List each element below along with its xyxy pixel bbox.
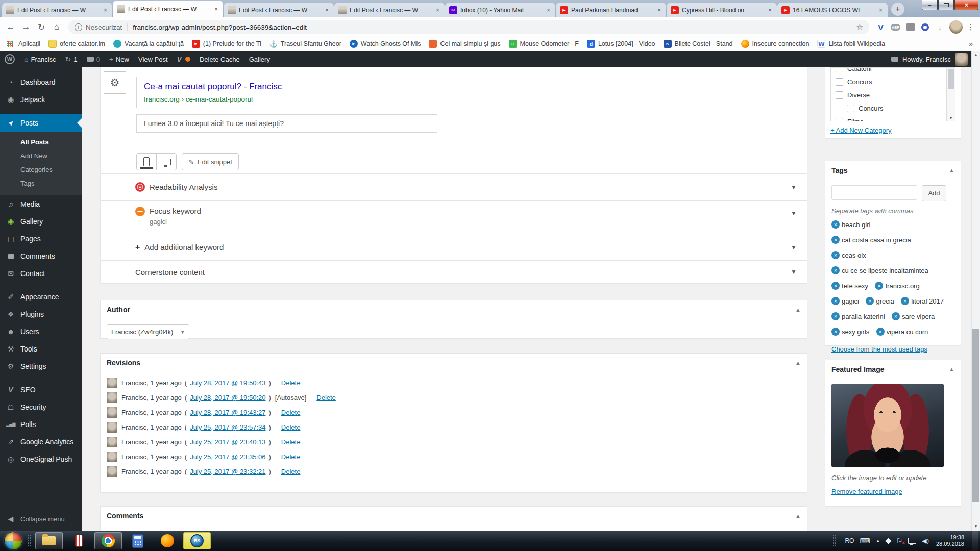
- tab-close-icon[interactable]: ×: [546, 7, 551, 14]
- delete-cache-menu[interactable]: Delete Cache: [195, 51, 244, 67]
- collapse-toggle-icon[interactable]: ▲: [795, 307, 801, 313]
- bookmark-prelude[interactable]: ▶(1) Prelude for the Ti: [188, 38, 265, 50]
- bookmark-insecure[interactable]: Insecure connection: [737, 38, 814, 50]
- submenu-tags[interactable]: Tags: [0, 177, 82, 190]
- tab-close-icon[interactable]: ×: [324, 7, 330, 14]
- submenu-add-new[interactable]: Add New: [0, 149, 82, 163]
- close-button[interactable]: ×: [954, 0, 978, 10]
- checkbox[interactable]: [836, 91, 843, 99]
- bookmark-reteta[interactable]: Cel mai simplu și gus: [425, 38, 504, 50]
- updates-menu[interactable]: ↻1: [61, 51, 82, 67]
- collapse-toggle-icon[interactable]: ▲: [795, 513, 801, 519]
- remove-tag-icon[interactable]: ×: [901, 297, 909, 305]
- minimize-button[interactable]: –: [922, 0, 938, 10]
- home-icon[interactable]: ⌂: [49, 19, 64, 35]
- category-item[interactable]: Filme: [831, 115, 955, 121]
- revision-delete-link[interactable]: Delete: [281, 468, 301, 475]
- bookmark-apps[interactable]: Aplicații: [3, 38, 44, 50]
- collapse-toggle-icon[interactable]: ▲: [795, 360, 801, 366]
- remove-tag-icon[interactable]: ×: [831, 251, 840, 259]
- bookmark-bilete[interactable]: bBilete Costel - Stand: [659, 38, 737, 50]
- user-avatar[interactable]: [955, 53, 968, 66]
- scroll-down-icon[interactable]: ▼: [972, 522, 980, 531]
- collapse-toggle-icon[interactable]: ▲: [949, 167, 954, 173]
- wp-logo-menu[interactable]: W: [0, 51, 19, 67]
- mobile-preview-button[interactable]: [137, 154, 157, 170]
- tab-edit-post-2-active[interactable]: Edit Post ‹ Francisc — W ×: [113, 1, 223, 17]
- revision-delete-link[interactable]: Delete: [281, 379, 301, 387]
- checkbox[interactable]: [836, 67, 843, 72]
- featured-image-thumbnail[interactable]: [831, 384, 944, 467]
- taskbar-chrome[interactable]: [94, 532, 122, 549]
- yoast-menu[interactable]: V: [173, 51, 195, 67]
- tray-expand-icon[interactable]: ▲: [876, 538, 880, 543]
- new-tag-input[interactable]: [831, 185, 917, 200]
- chevron-down-icon[interactable]: ▼: [791, 244, 797, 251]
- revision-delete-link[interactable]: Delete: [281, 409, 301, 416]
- page-info-icon[interactable]: i: [75, 23, 82, 31]
- remove-tag-icon[interactable]: ×: [831, 297, 840, 305]
- tab-close-icon[interactable]: ×: [878, 7, 884, 14]
- tab-close-icon[interactable]: ×: [656, 7, 662, 14]
- bookmark-ghosts[interactable]: ▶Watch Ghosts Of Mis: [346, 38, 425, 50]
- author-metabox-header[interactable]: Author ▲: [101, 300, 807, 319]
- snippet-title[interactable]: Ce-a mai cautat poporul? - Francisc: [144, 82, 430, 92]
- comments-metabox-header[interactable]: Comments ▲: [101, 507, 807, 525]
- forward-icon[interactable]: →: [18, 19, 34, 35]
- gallery-menu[interactable]: Gallery: [244, 51, 275, 67]
- menu-jetpack[interactable]: ◉Jetpack: [0, 91, 82, 108]
- taskbar-explorer[interactable]: [35, 532, 63, 549]
- tab-edit-post-3[interactable]: Edit Post ‹ Francisc — W ×: [224, 3, 334, 17]
- revision-delete-link[interactable]: Delete: [316, 394, 336, 402]
- dropbox-icon[interactable]: [885, 538, 892, 544]
- author-select[interactable]: Francisc (Zw4rg0l4k) ▼: [107, 324, 189, 339]
- featured-image-header[interactable]: Featured Image ▲: [825, 360, 961, 379]
- revision-date-link[interactable]: July 28, 2017 @ 19:50:20: [190, 394, 265, 402]
- remove-tag-icon[interactable]: ×: [831, 312, 840, 320]
- choose-most-used-link[interactable]: Choose from the most used tags: [831, 345, 954, 353]
- category-list-scrollbar[interactable]: ▾: [946, 68, 955, 121]
- revision-delete-link[interactable]: Delete: [281, 438, 301, 446]
- checkbox[interactable]: [836, 118, 843, 122]
- tab-yahoo-mail[interactable]: ✉ Inbox (10) - Yahoo Mail ×: [445, 3, 555, 17]
- menu-pages[interactable]: ▤Pages: [0, 230, 82, 247]
- bookmarks-overflow-icon[interactable]: »: [965, 40, 977, 48]
- chevron-down-icon[interactable]: ▼: [791, 210, 797, 217]
- speaker-icon[interactable]: ◀)): [922, 538, 928, 544]
- howdy-label[interactable]: Howdy, Francisc: [902, 56, 951, 63]
- collapse-menu[interactable]: ◀Collapse menu: [0, 510, 82, 528]
- tab-edit-post-1[interactable]: Edit Post ‹ Francisc — W ×: [2, 3, 112, 17]
- menu-tools[interactable]: ⚒Tools: [0, 340, 82, 358]
- back-icon[interactable]: ←: [3, 19, 18, 35]
- scroll-down-icon[interactable]: ▾: [947, 116, 955, 120]
- network-icon[interactable]: [908, 538, 916, 544]
- submenu-categories[interactable]: Categories: [0, 163, 82, 177]
- menu-settings[interactable]: ⚙Settings: [0, 358, 82, 375]
- taskbar-media-app[interactable]: [65, 532, 92, 549]
- bookmark-wikipedia[interactable]: WLista fobii Wikipedia: [813, 38, 889, 50]
- remove-tag-icon[interactable]: ×: [831, 266, 840, 274]
- revision-delete-link[interactable]: Delete: [281, 453, 301, 461]
- security-label[interactable]: Nesecurizat: [86, 23, 122, 31]
- menu-security[interactable]: ☖Security: [0, 398, 82, 416]
- start-button[interactable]: [4, 532, 22, 550]
- menu-posts[interactable]: ➤Posts: [0, 114, 82, 132]
- remove-tag-icon[interactable]: ×: [831, 236, 840, 244]
- language-indicator[interactable]: RO: [845, 537, 854, 544]
- remove-tag-icon[interactable]: ×: [831, 220, 840, 229]
- revision-date-link[interactable]: July 25, 2017 @ 23:32:21: [190, 468, 265, 475]
- menu-dashboard[interactable]: ◔Dashboard: [0, 73, 82, 91]
- menu-google-analytics[interactable]: ⇗Google Analytics: [0, 433, 82, 450]
- menu-polls[interactable]: ▂▅▇Polls: [0, 416, 82, 433]
- menu-appearance[interactable]: ✐Appearance: [0, 288, 82, 306]
- add-new-category-link[interactable]: + Add New Category: [830, 127, 892, 134]
- revision-date-link[interactable]: July 28, 2017 @ 19:50:43: [190, 379, 265, 387]
- tab-close-icon[interactable]: ×: [435, 7, 440, 14]
- show-desktop-button[interactable]: [972, 531, 978, 551]
- tab-close-icon[interactable]: ×: [213, 6, 219, 13]
- tab-edit-post-4[interactable]: Edit Post ‹ Francisc — W ×: [334, 3, 445, 17]
- comments-menu[interactable]: 0: [82, 51, 105, 67]
- view-post-menu[interactable]: View Post: [134, 51, 173, 67]
- extension-onesignal-icon[interactable]: [918, 20, 932, 34]
- add-tag-button[interactable]: Add: [922, 185, 946, 201]
